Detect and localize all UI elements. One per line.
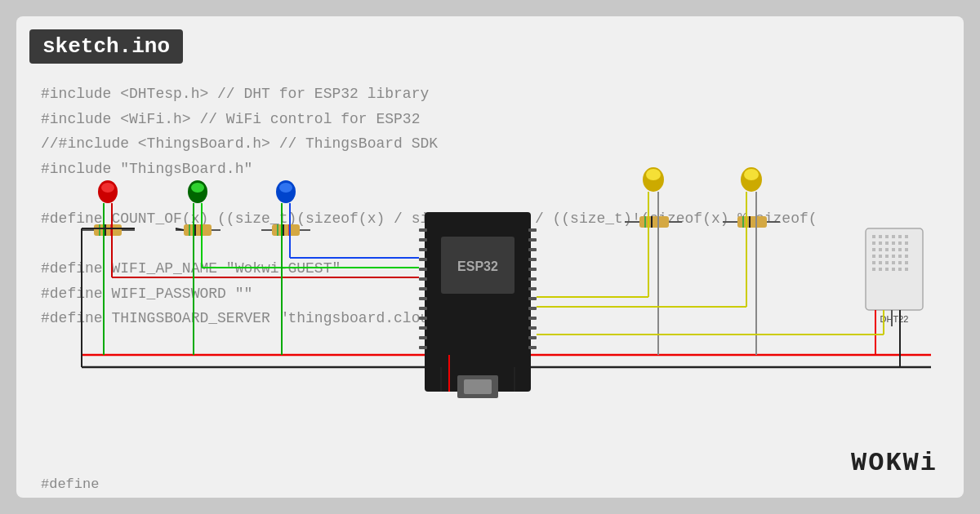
svg-rect-20 [528, 277, 537, 281]
svg-rect-26 [528, 336, 537, 339]
svg-rect-19 [528, 268, 537, 271]
svg-rect-93 [898, 241, 902, 245]
svg-rect-16 [528, 238, 537, 241]
svg-rect-22 [528, 297, 537, 300]
svg-rect-83 [872, 235, 875, 238]
svg-rect-27 [528, 346, 537, 349]
svg-rect-2 [419, 228, 427, 232]
wokwi-logo: WOKWi [851, 448, 938, 478]
svg-rect-17 [528, 248, 537, 251]
svg-rect-18 [528, 258, 537, 261]
svg-rect-98 [892, 248, 895, 251]
svg-rect-9 [419, 297, 427, 300]
circuit-diagram: ESP32 [16, 16, 964, 498]
svg-rect-90 [879, 241, 882, 245]
svg-rect-102 [879, 255, 882, 258]
svg-rect-107 [872, 261, 875, 264]
svg-rect-86 [892, 235, 895, 238]
svg-rect-113 [872, 268, 875, 271]
svg-rect-6 [419, 268, 427, 271]
svg-rect-7 [419, 277, 427, 281]
title-bar: sketch.ino [29, 29, 183, 64]
svg-rect-4 [419, 248, 427, 251]
svg-rect-109 [885, 261, 889, 264]
esp32-label: ESP32 [457, 259, 498, 273]
svg-rect-114 [879, 268, 882, 271]
svg-rect-105 [898, 255, 902, 258]
svg-rect-89 [872, 241, 875, 245]
main-card: sketch.ino #include <DHTesp.h> // DHT fo… [16, 16, 964, 498]
svg-point-39 [191, 183, 204, 193]
svg-rect-111 [898, 261, 902, 264]
svg-rect-103 [885, 255, 889, 258]
svg-rect-5 [419, 258, 427, 261]
svg-rect-14 [419, 346, 427, 349]
svg-rect-95 [872, 248, 875, 251]
bottom-code-hint: #define [41, 476, 99, 492]
svg-rect-25 [528, 326, 537, 330]
svg-rect-15 [528, 228, 537, 232]
svg-rect-84 [879, 235, 882, 238]
svg-rect-110 [892, 261, 895, 264]
resistor-red [94, 224, 122, 236]
svg-rect-3 [419, 238, 427, 241]
resistor-yellow1 [639, 216, 669, 228]
svg-rect-94 [905, 241, 908, 245]
resistor-yellow2 [737, 216, 767, 228]
svg-rect-92 [892, 241, 895, 245]
svg-rect-11 [419, 317, 427, 320]
svg-rect-106 [905, 255, 908, 258]
svg-rect-13 [419, 336, 427, 339]
svg-point-72 [744, 169, 759, 180]
svg-rect-23 [528, 307, 537, 310]
svg-rect-118 [905, 268, 908, 271]
svg-point-61 [646, 169, 661, 180]
svg-rect-117 [898, 268, 902, 271]
usb-port [464, 379, 492, 394]
svg-rect-115 [885, 268, 889, 271]
svg-rect-99 [898, 248, 902, 251]
svg-rect-10 [419, 307, 427, 310]
svg-rect-97 [885, 248, 889, 251]
svg-rect-8 [419, 287, 427, 290]
svg-rect-112 [905, 261, 908, 264]
svg-rect-96 [879, 248, 882, 251]
svg-rect-100 [905, 248, 908, 251]
svg-rect-12 [419, 326, 427, 330]
svg-rect-101 [872, 255, 875, 258]
svg-rect-116 [892, 268, 895, 271]
svg-rect-87 [898, 235, 902, 238]
svg-rect-85 [885, 235, 889, 238]
svg-rect-21 [528, 287, 537, 290]
svg-rect-91 [885, 241, 889, 245]
svg-rect-104 [892, 255, 895, 258]
resistor-green [184, 224, 212, 236]
svg-rect-108 [879, 261, 882, 264]
svg-rect-88 [905, 235, 908, 238]
resistor-blue [272, 224, 300, 236]
svg-point-28 [101, 183, 114, 193]
svg-rect-24 [528, 317, 537, 320]
svg-point-50 [279, 183, 292, 193]
